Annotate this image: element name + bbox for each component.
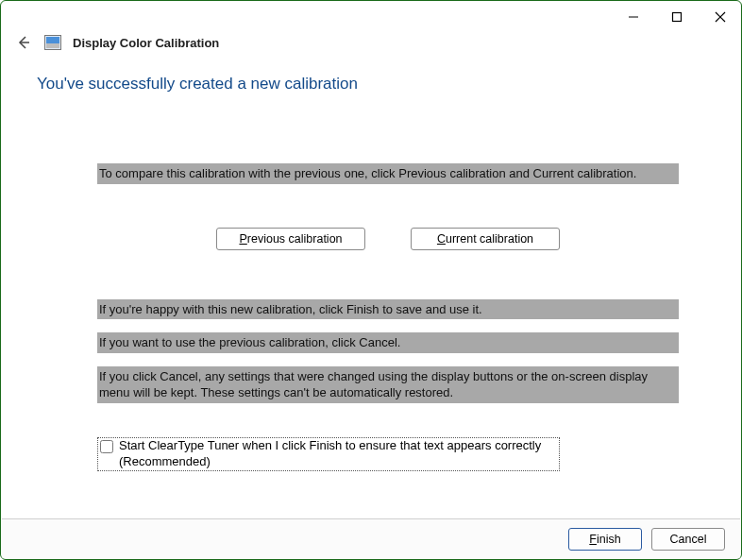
inner-body: To compare this calibration with the pre…	[97, 163, 679, 471]
finish-instruction-text: If you're happy with this new calibratio…	[97, 299, 679, 320]
cancel-instruction-text: If you want to use the previous calibrat…	[97, 332, 679, 353]
previous-calibration-button[interactable]: Previous calibration	[216, 228, 365, 250]
back-button[interactable]	[14, 33, 33, 52]
app-icon	[44, 35, 61, 50]
app-title: Display Color Calibration	[73, 36, 219, 50]
close-button[interactable]	[707, 4, 734, 30]
cleartype-checkbox[interactable]	[100, 440, 113, 453]
cancel-note-text: If you click Cancel, any settings that w…	[97, 366, 679, 403]
svg-rect-1	[673, 13, 682, 22]
cleartype-checkbox-row[interactable]: Start ClearType Tuner when I click Finis…	[97, 437, 560, 471]
calibration-compare-buttons: Previous calibration Current calibration	[97, 228, 679, 250]
footer-bar: Finish Cancel	[2, 518, 740, 558]
cancel-button[interactable]: Cancel	[651, 528, 725, 551]
cleartype-checkbox-label: Start ClearType Tuner when I click Finis…	[119, 438, 557, 470]
content-area: You've successfully created a new calibr…	[1, 58, 741, 471]
maximize-button[interactable]	[664, 4, 690, 30]
page-heading: You've successfully created a new calibr…	[37, 75, 705, 93]
minimize-button[interactable]	[620, 4, 647, 30]
titlebar	[1, 1, 741, 33]
finish-button[interactable]: Finish	[568, 528, 642, 551]
current-calibration-button[interactable]: Current calibration	[411, 228, 560, 250]
header-bar: Display Color Calibration	[1, 33, 741, 58]
compare-instruction-text: To compare this calibration with the pre…	[97, 163, 679, 184]
